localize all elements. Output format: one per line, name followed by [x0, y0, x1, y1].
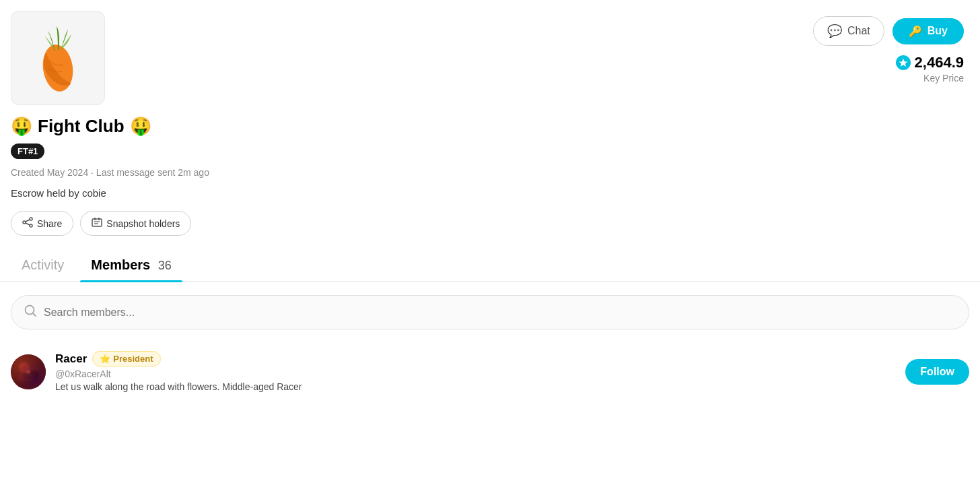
members-count: 36: [158, 259, 172, 273]
club-meta: Created May 2024 · Last message sent 2m …: [11, 167, 964, 178]
search-input[interactable]: [44, 307, 956, 319]
search-container: [0, 282, 980, 343]
member-info: Racer ⭐ President @0xRacerAlt Let us wal…: [55, 351, 302, 392]
chat-label: Chat: [847, 25, 870, 37]
avatar: [11, 354, 46, 389]
members-tab-label: Members: [91, 257, 150, 272]
header-right: 💬 Chat 🔑 Buy 2,464.9 Key Pri: [813, 11, 964, 84]
emoji-left: 🤑: [11, 116, 32, 137]
member-handle: @0xRacerAlt: [55, 369, 302, 379]
svg-line-4: [26, 220, 30, 222]
svg-point-2: [30, 224, 32, 227]
svg-point-17: [26, 370, 30, 374]
svg-rect-6: [92, 219, 102, 226]
tab-members[interactable]: Members 36: [80, 249, 182, 281]
member-bio: Let us walk along the road with flowers.…: [55, 381, 302, 392]
chat-bubble-icon: 💬: [827, 24, 842, 38]
activity-tab-label: Activity: [22, 257, 64, 272]
key-icon: 🔑: [909, 25, 922, 38]
role-label: President: [113, 354, 153, 364]
tab-activity[interactable]: Activity: [11, 249, 75, 281]
snapshot-label: Snapshot holders: [106, 218, 180, 229]
share-label: Share: [37, 218, 62, 229]
club-info: 🤑 Fight Club 🤑 FT#1 Created May 2024 · L…: [0, 105, 980, 236]
search-box: [11, 295, 969, 329]
action-buttons: Share Snapshot holders: [11, 211, 964, 236]
share-icon: [22, 217, 33, 230]
svg-point-14: [19, 362, 30, 373]
club-title: 🤑 Fight Club 🤑: [11, 116, 964, 137]
svg-line-12: [33, 313, 36, 316]
svg-point-3: [23, 221, 26, 224]
emoji-right: 🤑: [130, 116, 151, 137]
svg-point-1: [30, 218, 32, 220]
escrow-text: Escrow held by cobie: [11, 187, 964, 199]
key-price-value: 2,464.9: [896, 54, 964, 71]
follow-button[interactable]: Follow: [905, 359, 969, 385]
members-list: Racer ⭐ President @0xRacerAlt Let us wal…: [0, 343, 980, 400]
key-price-label: Key Price: [923, 73, 964, 84]
role-badge: ⭐ President: [92, 351, 160, 366]
club-image: [11, 11, 105, 105]
snapshot-button[interactable]: Snapshot holders: [80, 211, 191, 236]
price-icon: [896, 55, 911, 70]
member-left: Racer ⭐ President @0xRacerAlt Let us wal…: [11, 351, 302, 392]
club-name: Fight Club: [38, 116, 125, 137]
avatar-image: [11, 354, 46, 389]
member-name-row: Racer ⭐ President: [55, 351, 302, 366]
tabs-container: Activity Members 36: [0, 249, 980, 282]
svg-point-15: [30, 371, 38, 379]
svg-point-13: [11, 354, 46, 389]
header-actions: 💬 Chat 🔑 Buy: [813, 16, 964, 46]
page-container: 💬 Chat 🔑 Buy 2,464.9 Key Pri: [0, 0, 980, 479]
header-area: 💬 Chat 🔑 Buy 2,464.9 Key Pri: [0, 0, 980, 105]
search-icon: [24, 304, 37, 321]
share-button[interactable]: Share: [11, 211, 73, 236]
star-icon: ⭐: [100, 354, 110, 364]
member-name: Racer: [55, 352, 87, 366]
svg-point-16: [18, 375, 24, 381]
ft-badge: FT#1: [11, 143, 44, 159]
chat-button[interactable]: 💬 Chat: [813, 16, 884, 46]
key-price-container: 2,464.9 Key Price: [896, 54, 964, 84]
table-row: Racer ⭐ President @0xRacerAlt Let us wal…: [11, 343, 969, 400]
price-amount: 2,464.9: [915, 54, 964, 71]
buy-label: Buy: [928, 25, 948, 37]
buy-button[interactable]: 🔑 Buy: [893, 18, 964, 44]
snapshot-icon: [92, 217, 102, 230]
svg-line-5: [26, 223, 30, 225]
